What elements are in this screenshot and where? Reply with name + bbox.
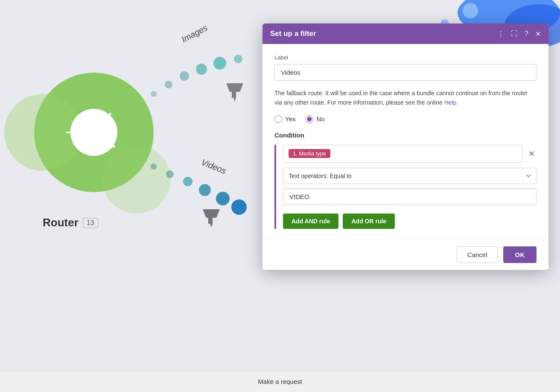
dialog-header: Set up a filter ⋮ ⛶ ? ✕	[262, 23, 548, 44]
condition-block: 1. Media type ✕ Text operators: Equal to…	[274, 145, 537, 229]
help-icon[interactable]: ?	[525, 30, 528, 38]
bottom-bar: Make a request	[0, 371, 560, 392]
help-link[interactable]: Help	[444, 99, 457, 106]
cancel-button[interactable]: Cancel	[457, 246, 498, 263]
yes-radio[interactable]	[274, 115, 282, 123]
condition-label: Condition	[274, 132, 537, 139]
condition-tag: 1. Media type	[289, 149, 330, 158]
condition-row: 1. Media type ✕	[283, 145, 537, 163]
description-text: The fallback route. It will be used in t…	[274, 88, 537, 108]
no-label: No	[316, 115, 324, 123]
dialog-title: Set up a filter	[270, 29, 316, 38]
label-input[interactable]	[274, 64, 537, 81]
yes-radio-label[interactable]: Yes	[274, 115, 295, 123]
no-radio-label[interactable]: No	[306, 115, 324, 123]
yes-label: Yes	[285, 115, 295, 123]
router-label: Router 13	[43, 216, 98, 229]
dialog-body: Label The fallback route. It will be use…	[262, 44, 548, 239]
router-badge: 13	[83, 218, 98, 228]
dialog-header-icons: ⋮ ⛶ ? ✕	[497, 30, 541, 38]
svg-point-2	[463, 3, 478, 18]
add-and-rule-button[interactable]: Add AND rule	[283, 214, 338, 229]
add-or-rule-button[interactable]: Add OR rule	[343, 214, 395, 229]
description-content: The fallback route. It will be used in t…	[274, 90, 528, 106]
operator-select[interactable]: Text operators: Equal to Text operators:…	[283, 168, 537, 184]
condition-tag-input[interactable]: 1. Media type	[283, 145, 522, 163]
filter-dialog: Set up a filter ⋮ ⛶ ? ✕ Label The fallba…	[262, 23, 548, 270]
router-text: Router	[43, 216, 79, 229]
make-request-label: Make a request	[258, 378, 302, 385]
close-icon[interactable]: ✕	[535, 30, 541, 38]
rule-buttons: Add AND rule Add OR rule	[283, 214, 537, 229]
more-options-icon[interactable]: ⋮	[497, 30, 504, 38]
condition-field-wrap: 1. Media type	[283, 145, 522, 163]
ok-button[interactable]: OK	[503, 246, 537, 263]
no-radio[interactable]	[306, 115, 313, 123]
dialog-footer: Cancel OK	[262, 239, 548, 270]
label-field-label: Label	[274, 54, 537, 61]
value-input[interactable]	[283, 188, 537, 205]
expand-icon[interactable]: ⛶	[511, 30, 518, 38]
fallback-radio-group: Yes No	[274, 115, 537, 123]
delete-condition-button[interactable]: ✕	[527, 147, 537, 160]
